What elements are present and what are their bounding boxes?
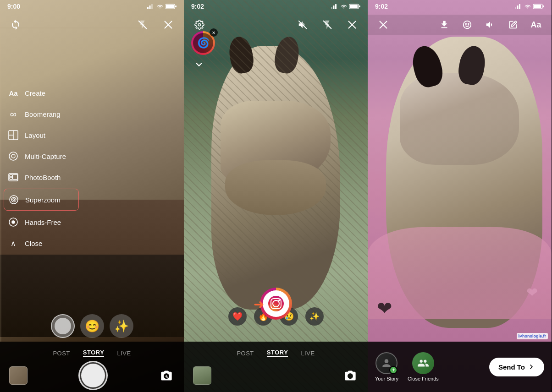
svg-point-20 [13,199,15,201]
tab-story-1[interactable]: STORY [83,349,105,357]
wifi-icon [156,4,164,9]
tab-live-1[interactable]: LIVE [117,350,131,357]
your-story-label: Your Story [375,376,398,381]
layout-label: Layout [25,131,45,139]
close-friends-avatar [412,352,434,374]
bottom-tabs-1: POST STORY LIVE [53,349,131,357]
tab-post-2[interactable]: POST [237,350,254,357]
superzoom-shutter-inner [263,290,289,317]
panel-3-preview: ❤ ❤ 9:02 [368,0,552,392]
filter-sparkle[interactable]: ✨ [110,314,133,338]
heart-reaction[interactable]: ❤️ [228,307,247,326]
menu-item-create[interactable]: Aa Create [0,82,83,103]
x-icon [164,20,173,29]
your-story-option[interactable]: + Your Story [375,352,398,381]
svg-rect-5 [175,5,177,7]
share-options: + Your Story Close Friends [375,352,439,381]
bottom-bar-2: POST STORY LIVE [184,342,368,392]
shutter-button-1[interactable] [78,361,108,390]
svg-rect-17 [13,174,17,180]
signal-icon-3 [515,4,522,9]
speaker-icon [298,20,308,30]
svg-rect-43 [543,5,544,7]
svg-point-47 [465,23,466,24]
close-friends-option[interactable]: Close Friends [408,352,439,381]
svg-point-48 [468,23,469,24]
create-icon: Aa [7,87,19,99]
time-1: 9:00 [7,3,20,10]
chevron-down-icon[interactable] [194,60,204,70]
wifi-icon-3 [524,4,531,9]
status-bar-3: 9:02 [368,0,552,13]
arrow-pointer: ➜ [254,297,264,312]
text-icon-3[interactable]: Aa [528,16,544,33]
filter-emoji-face[interactable]: 😊 [80,314,104,338]
gallery-thumb-1[interactable] [9,366,28,385]
flip-camera-icon[interactable] [7,16,24,33]
bottom-bar-1: POST STORY LIVE [0,342,184,392]
gear-icon [194,20,204,30]
menu-item-photobooth[interactable]: PhotoBooth [0,167,83,188]
svg-rect-4 [166,5,174,8]
sticker-svg [462,20,472,30]
tab-post-1[interactable]: POST [53,350,70,357]
flash-off-icon[interactable] [134,16,151,33]
signal-icon [147,4,155,9]
svg-rect-42 [534,5,541,8]
menu-item-layout[interactable]: Layout [0,125,83,146]
svg-rect-24 [333,5,335,9]
face-emoji: 😊 [85,319,99,333]
time-2: 9:02 [191,3,204,10]
draw-icon-3[interactable] [505,16,521,33]
friends-icon [417,357,429,369]
sticker-close-btn[interactable]: ✕ [210,28,218,37]
handsfree-label: Hands-Free [25,218,61,226]
bottom-controls-1 [0,361,184,390]
chevron-svg [194,60,204,70]
menu-item-multicapture[interactable]: Multi-Capture [0,146,83,167]
heart-decoration-2: ❤ [526,284,538,300]
close-friends-label: Close Friends [408,376,439,381]
send-to-button[interactable]: Send To [489,358,544,376]
mute-icon-2[interactable] [294,16,311,33]
menu-item-superzoom[interactable]: Superzoom [4,189,79,211]
filter-normal[interactable] [51,314,75,338]
flash-cross-icon [322,20,332,30]
top-controls-1 [0,15,184,35]
camera-mode-menu: Aa Create ∞ Boomerang Layout [0,82,83,254]
battery-icon-2 [349,4,360,9]
close-icon-1[interactable] [160,16,177,33]
sparkle-emoji: ✨ [114,319,129,333]
sticker-add-icon[interactable] [459,16,475,33]
svg-point-13 [11,154,15,158]
menu-item-boomerang[interactable]: ∞ Boomerang [0,103,83,125]
svg-point-46 [464,21,471,29]
sparkle-reaction[interactable]: ✨ [305,307,324,326]
svg-point-22 [12,221,15,223]
tab-live-2[interactable]: LIVE [301,350,315,357]
camera-switch-1[interactable] [158,367,175,384]
settings-icon-2[interactable] [191,16,208,33]
svg-point-29 [198,23,201,26]
gallery-thumb-2[interactable] [193,366,211,385]
sound-icon-3[interactable] [482,16,498,33]
camera-switch-2[interactable] [342,367,359,384]
close-icon-3[interactable] [375,16,392,33]
layout-icon [7,129,19,141]
svg-rect-38 [515,7,516,9]
menu-item-handsfree[interactable]: Hands-Free [0,212,83,233]
shutter-inner-1 [81,364,105,387]
svg-rect-23 [331,7,332,9]
svg-rect-15 [10,174,12,177]
menu-item-close[interactable]: ∧ Close [0,233,83,254]
flash-off-2[interactable] [319,16,336,33]
handsfree-icon [7,216,19,228]
top-controls-3: Aa [368,15,552,35]
superzoom-shutter-button[interactable] [260,288,292,320]
tab-story-2[interactable]: STORY [267,349,288,357]
sticker-area[interactable]: 🌀 ✕ [191,31,215,55]
filter-strip: 😊 ✨ [0,314,184,338]
download-icon-3[interactable] [436,16,453,33]
svg-rect-39 [517,5,519,9]
close-icon-2[interactable] [344,16,360,33]
